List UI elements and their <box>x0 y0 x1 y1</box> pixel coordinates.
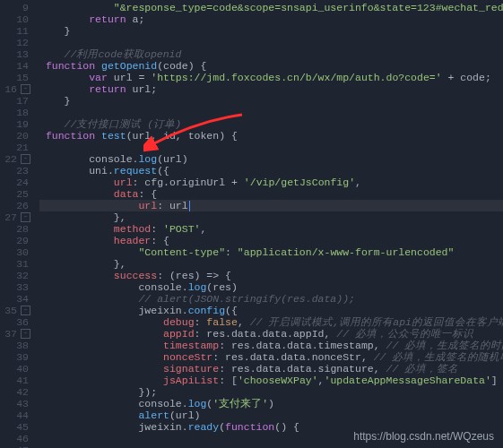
code-line[interactable] <box>39 37 503 48</box>
code-line[interactable]: signature: res.data.data.signature, // 必… <box>39 363 503 375</box>
line-number: 39 <box>0 351 30 363</box>
line-number: 35- <box>0 305 30 316</box>
code-line[interactable]: appId: res.data.data.appId, // 必填，公众号的唯一… <box>39 328 503 340</box>
line-number: 17 <box>0 95 30 107</box>
code-line[interactable]: uni.request({ <box>39 165 503 177</box>
code-line[interactable]: }, <box>39 258 503 270</box>
code-line[interactable]: console.log(url) <box>39 153 503 165</box>
line-number: 47 <box>0 444 30 448</box>
code-line[interactable]: } <box>39 25 503 37</box>
code-line[interactable] <box>39 107 503 118</box>
line-number: 27- <box>0 211 30 223</box>
line-number: 40 <box>0 363 30 375</box>
line-number: 32 <box>0 270 30 281</box>
line-number: 44 <box>0 409 30 421</box>
code-line[interactable]: return url; <box>39 83 503 95</box>
fold-icon[interactable]: - <box>21 84 30 94</box>
line-number: 15 <box>0 72 30 83</box>
code-line[interactable] <box>39 142 503 153</box>
line-number: 42 <box>0 386 30 398</box>
text-cursor <box>189 201 190 211</box>
code-line[interactable]: "Content-type": "application/x-www-form-… <box>39 246 503 258</box>
line-number: 20 <box>0 130 30 142</box>
code-line[interactable]: //支付接口测试 (订单) <box>39 118 503 130</box>
line-number: 18 <box>0 107 30 118</box>
line-number: 38 <box>0 340 30 351</box>
line-number: 45 <box>0 421 30 433</box>
code-line[interactable]: } <box>39 95 503 107</box>
code-line[interactable] <box>39 433 503 444</box>
fold-icon[interactable]: - <box>21 306 30 315</box>
line-number: 37- <box>0 328 30 340</box>
code-line[interactable]: function getOpenid(code) { <box>39 60 503 72</box>
line-number: 43 <box>0 398 30 409</box>
line-number: 26 <box>0 200 30 211</box>
code-line[interactable]: var url = 'https://jmd.foxcodes.cn/b/wx/… <box>39 72 503 83</box>
line-number: 16- <box>0 83 30 95</box>
line-number: 46 <box>0 433 30 444</box>
line-number: 21 <box>0 142 30 153</box>
code-line[interactable]: data: { <box>39 188 503 200</box>
line-number: 22- <box>0 153 30 165</box>
line-number: 36 <box>0 316 30 328</box>
line-number: 13 <box>0 48 30 60</box>
line-number: 11 <box>0 25 30 37</box>
code-line[interactable]: nonceStr: res.data.data.nonceStr, // 必填，… <box>39 351 503 363</box>
fold-icon[interactable]: - <box>21 154 30 164</box>
code-line[interactable]: console.log(res) <box>39 281 503 293</box>
code-line[interactable]: return a; <box>39 13 503 25</box>
code-line[interactable]: header: { <box>39 235 503 246</box>
line-number: 29 <box>0 235 30 246</box>
line-number: 34 <box>0 293 30 305</box>
code-line[interactable] <box>39 444 503 448</box>
code-line[interactable]: //利用code获取openid <box>39 48 503 60</box>
code-line[interactable]: debug: false, // 开启调试模式,调用的所有api的返回值会在客户… <box>39 316 503 328</box>
line-number: 12 <box>0 37 30 48</box>
code-line[interactable]: method: 'POST', <box>39 223 503 235</box>
code-area[interactable]: "&response_type=code&scope=snsapi_userin… <box>34 0 503 448</box>
line-number: 10 <box>0 13 30 25</box>
line-number: 28 <box>0 223 30 235</box>
line-number: 31 <box>0 258 30 270</box>
code-line[interactable]: jsApiList: ['chooseWXPay','updateAppMess… <box>39 375 503 386</box>
line-number-gutter: 910111213141516-171819202122-2324252627-… <box>0 0 34 448</box>
code-line[interactable]: url: url <box>39 200 503 211</box>
code-line[interactable]: url: cfg.originUrl + '/vip/getJsConfig', <box>39 177 503 188</box>
code-line[interactable]: console.log('支付来了') <box>39 398 503 409</box>
fold-icon[interactable]: - <box>21 329 30 339</box>
code-line[interactable]: "&response_type=code&scope=snsapi_userin… <box>39 2 503 13</box>
line-number: 25 <box>0 188 30 200</box>
line-number: 41 <box>0 375 30 386</box>
code-line[interactable]: }, <box>39 211 503 223</box>
line-number: 9 <box>0 2 30 13</box>
code-line[interactable]: jweixin.config({ <box>39 305 503 316</box>
fold-icon[interactable]: - <box>21 212 30 222</box>
line-number: 24 <box>0 177 30 188</box>
line-number: 19 <box>0 118 30 130</box>
code-line[interactable]: success: (res) => { <box>39 270 503 281</box>
code-editor[interactable]: 910111213141516-171819202122-2324252627-… <box>0 0 503 448</box>
code-line[interactable]: function test(url, id, token) { <box>39 130 503 142</box>
line-number: 30 <box>0 246 30 258</box>
line-number: 33 <box>0 281 30 293</box>
code-line[interactable]: alert(url) <box>39 409 503 421</box>
code-line[interactable]: jweixin.ready(function() { <box>39 421 503 433</box>
line-number: 23 <box>0 165 30 177</box>
line-number: 14 <box>0 60 30 72</box>
code-line[interactable]: timestamp: res.data.data.timestamp, // 必… <box>39 340 503 351</box>
code-line[interactable]: // alert(JSON.stringify(res.data)); <box>39 293 503 305</box>
code-line[interactable]: }); <box>39 386 503 398</box>
